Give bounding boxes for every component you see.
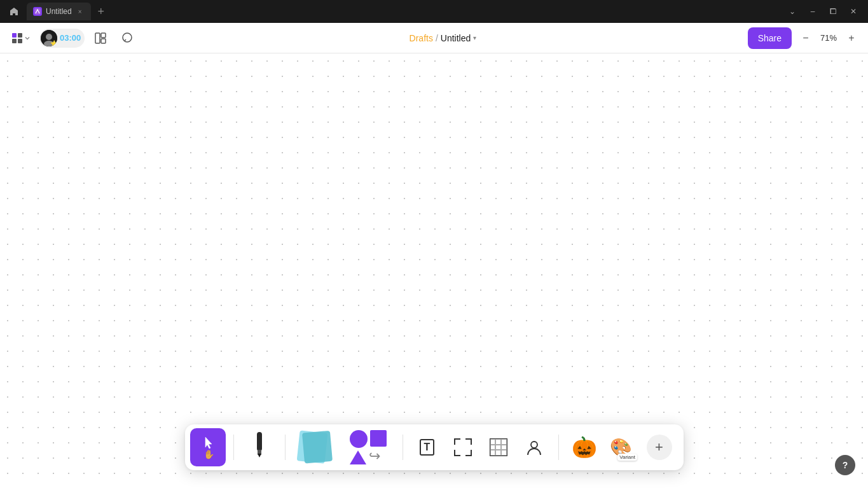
breadcrumb-separator: / [436, 33, 438, 43]
breadcrumb-title[interactable]: Untitled ▾ [441, 33, 476, 43]
help-button[interactable]: ? [835, 455, 855, 475]
home-button[interactable] [5, 3, 23, 20]
window-chevron-button[interactable]: ⌄ [783, 3, 802, 20]
shapes-pages-button[interactable] [292, 428, 338, 466]
new-tab-button[interactable]: + [92, 3, 110, 20]
pen-tool-icon [249, 429, 270, 465]
avatar-tool-button[interactable] [518, 428, 551, 466]
circle-shape [350, 430, 368, 448]
share-button[interactable]: Share [748, 27, 792, 49]
svg-point-6 [46, 34, 52, 40]
avatar: ⭐ [41, 30, 57, 46]
zoom-out-button[interactable]: − [797, 29, 815, 47]
zoom-control: − 71% + [797, 29, 860, 47]
table-tool-icon [490, 438, 507, 456]
text-tool-button[interactable]: T [411, 428, 444, 466]
breadcrumb-drafts[interactable]: Drafts [410, 33, 433, 43]
frame-tool-button[interactable] [446, 428, 479, 466]
sticker-2-button[interactable]: 🎨 Variant [605, 428, 638, 466]
frame-tool-icon [454, 438, 472, 456]
svg-point-16 [531, 442, 537, 448]
sticker-1-emoji: 🎃 [572, 435, 597, 459]
text-tool-icon: T [420, 439, 435, 456]
sticker-card-label: Variant [617, 454, 637, 461]
window-close-button[interactable]: ✕ [844, 3, 863, 20]
user-avatar-area[interactable]: ⭐ 03:00 [39, 29, 85, 48]
layout-button[interactable] [90, 27, 111, 49]
svg-rect-1 [12, 33, 17, 38]
tab-title: Untitled [46, 7, 72, 16]
svg-rect-4 [18, 39, 22, 43]
pen-tool-button[interactable] [242, 428, 277, 466]
svg-point-11 [123, 33, 132, 42]
svg-rect-13 [257, 432, 262, 451]
dot-grid-background [0, 53, 868, 488]
comment-icon [121, 32, 133, 44]
toolbar-divider-2 [285, 435, 286, 460]
avatar-tool-icon [525, 438, 543, 456]
svg-text:✋: ✋ [203, 449, 215, 460]
layout-icon [95, 32, 106, 44]
svg-rect-10 [101, 39, 106, 43]
avatar-star-icon: ⭐ [50, 40, 57, 46]
toolbar-divider-1 [233, 435, 234, 460]
rect-shape [370, 430, 387, 447]
tab-untitled[interactable]: Untitled × [27, 3, 91, 20]
svg-marker-15 [258, 454, 261, 457]
window-minimize-button[interactable]: – [803, 3, 822, 20]
svg-rect-3 [12, 39, 17, 43]
triangle-shape [350, 450, 366, 464]
select-tool-button[interactable]: ✋ [190, 428, 226, 466]
tab-close-button[interactable]: × [76, 7, 85, 16]
svg-rect-9 [101, 33, 106, 38]
add-sticker-button[interactable]: + [647, 435, 672, 460]
tool-selector-icon [11, 32, 23, 44]
table-tool-button[interactable] [482, 428, 515, 466]
tab-favicon [33, 7, 42, 16]
tool-selector[interactable] [8, 27, 34, 49]
bottom-toolbar: ✋ [185, 424, 684, 470]
breadcrumb-chevron-icon: ▾ [473, 34, 476, 41]
svg-rect-2 [18, 33, 22, 38]
curved-arrow-shape: ↪ [369, 448, 380, 464]
toolbar-divider-4 [558, 435, 559, 460]
window-restore-button[interactable]: ⧠ [823, 3, 843, 20]
breadcrumb: Drafts / Untitled ▾ [410, 33, 477, 43]
zoom-value[interactable]: 71% [817, 33, 840, 43]
comment-button[interactable] [116, 27, 138, 49]
zoom-in-button[interactable]: + [843, 29, 860, 47]
shapes-icons-button[interactable]: ↪ [340, 428, 396, 466]
svg-rect-8 [95, 33, 100, 43]
sticker-1-button[interactable]: 🎃 [568, 428, 601, 466]
select-tool-icon: ✋ [199, 433, 217, 461]
tool-selector-chevron-icon [24, 35, 31, 41]
timer-display: 03:00 [60, 33, 81, 43]
canvas[interactable]: ✋ [0, 53, 868, 488]
toolbar-divider-3 [403, 435, 403, 460]
